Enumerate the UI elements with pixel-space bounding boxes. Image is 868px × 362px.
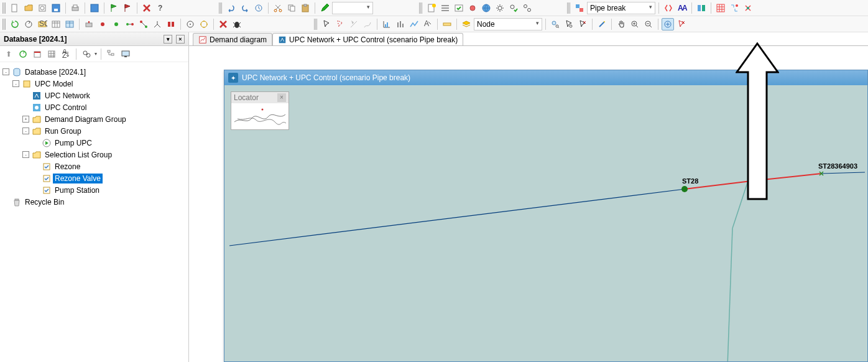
open-icon[interactable] xyxy=(22,2,35,14)
grid-small-icon[interactable] xyxy=(45,48,58,60)
recent-icon[interactable] xyxy=(36,2,48,14)
toolbar-grip[interactable] xyxy=(567,2,571,14)
network-canvas[interactable] xyxy=(224,85,867,361)
pointer-trace-icon[interactable] xyxy=(361,18,374,30)
mode-dropdown[interactable] xyxy=(332,2,373,14)
toolbar-grip[interactable] xyxy=(2,19,6,30)
cut-icon[interactable] xyxy=(272,2,284,14)
flag-red-icon[interactable] xyxy=(121,2,134,14)
connect-icon[interactable] xyxy=(124,18,136,30)
edit-icon[interactable] xyxy=(318,2,331,14)
chart-icon[interactable] xyxy=(381,18,393,30)
wand-icon[interactable] xyxy=(596,18,608,30)
tree-item[interactable]: Pump Station xyxy=(1,184,187,196)
branch2-icon[interactable] xyxy=(151,18,164,30)
save-all-icon[interactable] xyxy=(88,2,101,14)
profile-icon[interactable] xyxy=(408,18,420,30)
tree-icon[interactable] xyxy=(105,48,118,60)
up-icon[interactable]: ⬆ xyxy=(2,48,15,60)
toolbar-grip[interactable] xyxy=(2,2,6,14)
compare-icon[interactable] xyxy=(695,2,708,14)
split-icon[interactable] xyxy=(137,18,150,30)
target-icon[interactable] xyxy=(184,18,196,30)
gear-icon[interactable] xyxy=(494,2,506,14)
tree-expander[interactable]: - xyxy=(22,151,29,158)
tree-item[interactable]: Pump UPC xyxy=(1,137,187,149)
ruler-icon[interactable] xyxy=(441,18,453,30)
grid-icon[interactable] xyxy=(714,2,727,14)
scenario-icon[interactable] xyxy=(573,2,586,14)
paste-icon[interactable] xyxy=(299,2,312,14)
tree-item[interactable]: -Selection List Group xyxy=(1,149,187,160)
tree-item[interactable]: UPC Control xyxy=(1,101,187,113)
tree-expander[interactable]: + xyxy=(22,116,29,123)
find-icon[interactable] xyxy=(80,48,93,60)
toolbar-grip[interactable] xyxy=(219,2,223,14)
validate-icon[interactable] xyxy=(453,2,465,14)
save-icon[interactable] xyxy=(50,2,62,14)
new-icon[interactable] xyxy=(9,2,21,14)
tree-item[interactable]: -Run Group xyxy=(1,125,187,137)
zoom-extents-icon[interactable] xyxy=(662,18,674,30)
document-tab[interactable]: Demand diagram xyxy=(193,33,272,45)
panel-minimize-icon[interactable]: ▾ xyxy=(164,35,172,44)
target2-icon[interactable] xyxy=(198,18,210,30)
print-icon[interactable] xyxy=(69,2,81,14)
table2-icon[interactable] xyxy=(63,18,76,30)
tree-item[interactable]: +Demand Diagram Group xyxy=(1,113,187,125)
output-icon[interactable] xyxy=(83,18,95,30)
annotate-icon[interactable]: A xyxy=(422,18,434,30)
refresh-icon[interactable] xyxy=(9,18,21,30)
close-red-icon[interactable] xyxy=(141,2,153,14)
history-icon[interactable] xyxy=(252,2,265,14)
gear-check-icon[interactable] xyxy=(507,2,520,14)
panel-close-icon[interactable]: × xyxy=(176,35,185,44)
locator-thumbnail[interactable] xyxy=(231,103,289,129)
toolbar-grip[interactable] xyxy=(419,2,423,14)
branch-icon[interactable] xyxy=(742,2,754,14)
refresh-icon[interactable] xyxy=(17,48,29,60)
pointer-line-icon[interactable] xyxy=(348,18,360,30)
tree-expander[interactable]: - xyxy=(2,68,9,75)
node-red-icon[interactable] xyxy=(96,18,109,30)
table-icon[interactable] xyxy=(50,18,62,30)
globe-icon[interactable] xyxy=(480,2,492,14)
scenario-dropdown[interactable]: Pipe break xyxy=(587,2,655,14)
delete-icon[interactable] xyxy=(217,18,229,30)
copy-icon[interactable] xyxy=(285,2,298,14)
help-icon[interactable]: ? xyxy=(154,2,167,14)
element-type-dropdown[interactable]: Node xyxy=(474,18,542,30)
layers-icon[interactable] xyxy=(460,18,473,30)
list-icon[interactable] xyxy=(439,2,451,14)
zoom-select-icon[interactable] xyxy=(675,18,688,30)
zoom-out-icon[interactable] xyxy=(642,18,655,30)
group-icon[interactable] xyxy=(165,18,177,30)
screen-icon[interactable] xyxy=(119,48,132,60)
new-scenario-icon[interactable] xyxy=(425,2,438,14)
tree-item[interactable]: Rezone Valve xyxy=(1,172,187,184)
tree-item[interactable]: -Database [2024.1] xyxy=(1,66,187,78)
merge-icon[interactable] xyxy=(728,2,741,14)
scenario-nav-icon[interactable] xyxy=(662,2,675,14)
sort-icon[interactable]: AZ xyxy=(60,48,72,60)
tree-item[interactable]: UPC Network xyxy=(1,90,187,101)
text-size-icon[interactable]: AA xyxy=(676,2,688,14)
redo-icon[interactable] xyxy=(239,2,251,14)
find-icon[interactable] xyxy=(549,18,561,30)
document-tab[interactable]: UPC Network + UPC Control (scenario Pipe… xyxy=(272,33,463,45)
calendar-icon[interactable] xyxy=(31,48,44,60)
tree-item[interactable]: Recycle Bin xyxy=(1,196,187,208)
tree-item[interactable]: -UPC Model xyxy=(1,78,187,90)
bar-icon[interactable] xyxy=(394,18,407,30)
tree-expander[interactable]: - xyxy=(22,128,29,134)
gear-multi-icon[interactable] xyxy=(521,2,533,14)
map-title-bar[interactable]: ✦ UPC Network + UPC Control (scenario Pi… xyxy=(224,70,867,85)
flag-green-icon[interactable] xyxy=(108,2,120,14)
node-green-icon[interactable] xyxy=(110,18,122,30)
tree-expander[interactable]: - xyxy=(12,80,19,87)
locator-close-icon[interactable]: × xyxy=(277,93,286,102)
pointer-dash-icon[interactable] xyxy=(334,18,346,30)
cycle-icon[interactable] xyxy=(22,18,35,30)
sql-icon[interactable]: SQL xyxy=(36,18,48,30)
find-cross-icon[interactable] xyxy=(576,18,589,30)
